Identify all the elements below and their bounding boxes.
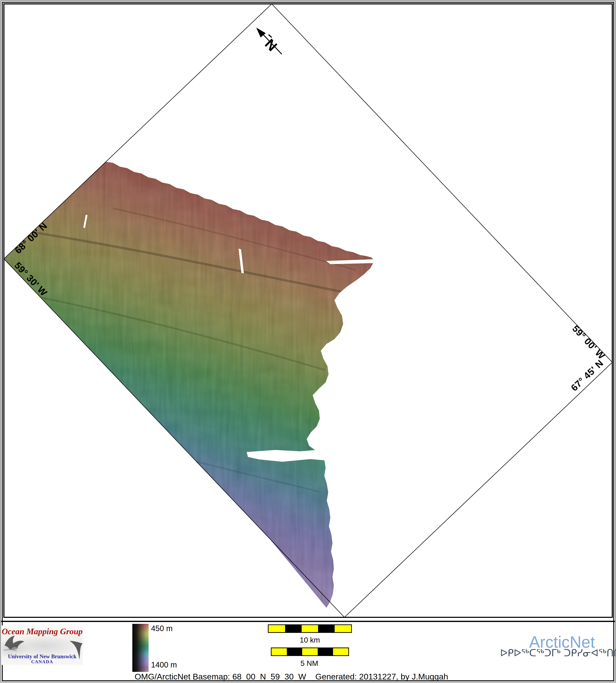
scalebar-km-segment [334,625,351,632]
scalebar-nm-segment [317,648,333,655]
scalebar-nm [271,647,349,656]
basemap-caption: OMG/ArcticNet Basemap: 68_00_N_59_30_W G… [135,672,448,681]
scalebar-km-segment [318,625,334,632]
scalebar-nm-segment [271,648,287,655]
arcticnet-inuktitut-text: ᐅᑭᐅᖅᑕᖅᑐᒥᒃ ᑐᑭᓯᓂᐊᖅᑎᒌᑦ [500,647,616,659]
scalebar-nm-segment [333,648,348,655]
depth-label-deep: 1400 m [151,660,177,669]
scalebar-km [268,624,352,633]
scalebar-nm-label: 5 NM [301,659,318,668]
scalebar-km-segment [302,625,318,632]
omg-logo-university: University of New Brunswick [8,653,76,660]
scalebar-km-segment [285,625,302,632]
tern-bird-left-icon [3,635,26,656]
map-canvas: N [0,0,616,683]
scalebar-km-label: 10 km [300,636,320,644]
depth-label-shallow: 450 m [151,624,173,633]
basemap-page: { "page": { "background": "#ffffff", "bo… [0,0,616,683]
depth-colorbar [132,624,149,672]
scalebar-nm-segment [287,648,302,655]
scalebar-km-segment [268,625,285,632]
omg-logo-title: Ocean Mapping Group [2,626,83,636]
omg-logo: Ocean Mapping Group University of New Br… [2,625,83,665]
omg-logo-country: CANADA [31,659,53,664]
scalebar-nm-segment [302,648,317,655]
